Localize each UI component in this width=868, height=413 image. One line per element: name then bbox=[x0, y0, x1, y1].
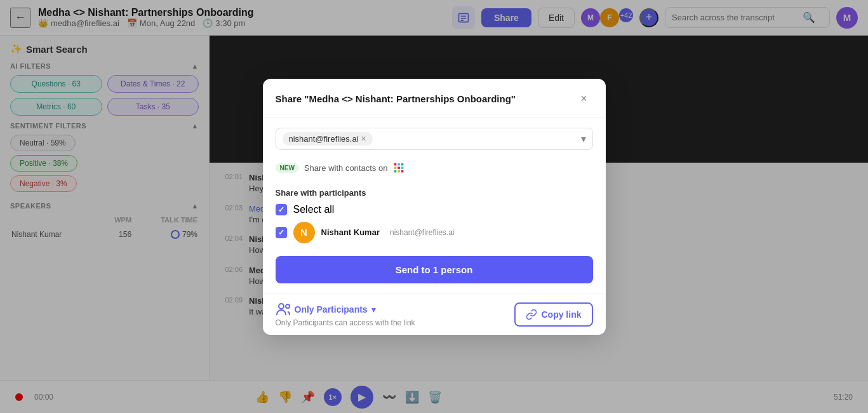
participant-avatar: N bbox=[293, 222, 315, 243]
send-button[interactable]: Send to 1 person bbox=[276, 256, 593, 283]
participant-checkbox[interactable]: ✓ bbox=[276, 227, 287, 238]
share-contacts-row: NEW Share with contacts on bbox=[276, 159, 593, 178]
new-badge: NEW bbox=[276, 163, 299, 173]
share-modal: Share "Medha <> Nishant: Partnerships On… bbox=[263, 79, 606, 335]
email-tag: nishant@fireflies.ai × bbox=[283, 132, 373, 146]
email-input-row: nishant@fireflies.ai × ▾ bbox=[276, 128, 593, 150]
modal-title: Share "Medha <> Nishant: Partnerships On… bbox=[276, 93, 516, 104]
participant-name: Nishant Kumar bbox=[321, 227, 380, 237]
svg-rect-11 bbox=[398, 170, 401, 172]
svg-rect-8 bbox=[398, 166, 401, 169]
select-all-row: ✓ Select all bbox=[276, 204, 593, 215]
select-all-checkbox[interactable]: ✓ bbox=[276, 204, 287, 215]
svg-rect-6 bbox=[401, 163, 404, 165]
copy-link-label: Copy link bbox=[541, 309, 581, 320]
modal-footer: Only Participants ▾ Only Participants ca… bbox=[263, 294, 606, 335]
only-participants-label: Only Participants bbox=[295, 304, 368, 315]
svg-rect-9 bbox=[401, 166, 404, 169]
slack-icon bbox=[392, 161, 406, 175]
participants-label: Share with participants bbox=[276, 188, 593, 198]
share-contacts-label: Share with contacts on bbox=[304, 163, 388, 173]
svg-rect-7 bbox=[394, 166, 397, 169]
email-tag-close-button[interactable]: × bbox=[361, 134, 366, 143]
svg-point-14 bbox=[286, 304, 290, 308]
modal-close-button[interactable]: × bbox=[575, 90, 593, 108]
only-participants-dropdown-icon[interactable]: ▾ bbox=[371, 304, 376, 315]
footer-description: Only Participants can access with the li… bbox=[276, 318, 415, 327]
modal-body: nishant@fireflies.ai × ▾ NEW Share with … bbox=[263, 118, 606, 294]
svg-rect-4 bbox=[394, 163, 397, 165]
svg-rect-5 bbox=[398, 163, 401, 165]
email-dropdown-arrow-icon[interactable]: ▾ bbox=[581, 133, 586, 145]
participant-email: nishant@fireflies.ai bbox=[390, 228, 455, 237]
link-icon bbox=[526, 309, 537, 320]
participant-row: ✓ N Nishant Kumar nishant@fireflies.ai bbox=[276, 222, 593, 243]
modal-header: Share "Medha <> Nishant: Partnerships On… bbox=[263, 79, 606, 118]
only-participants-wrap: Only Participants ▾ bbox=[276, 302, 415, 317]
email-input[interactable] bbox=[378, 134, 576, 144]
copy-link-button[interactable]: Copy link bbox=[514, 302, 592, 327]
svg-rect-10 bbox=[394, 170, 397, 172]
svg-rect-12 bbox=[401, 170, 404, 172]
svg-point-13 bbox=[279, 304, 284, 309]
select-all-label: Select all bbox=[293, 204, 335, 215]
modal-overlay: Share "Medha <> Nishant: Partnerships On… bbox=[0, 0, 868, 413]
